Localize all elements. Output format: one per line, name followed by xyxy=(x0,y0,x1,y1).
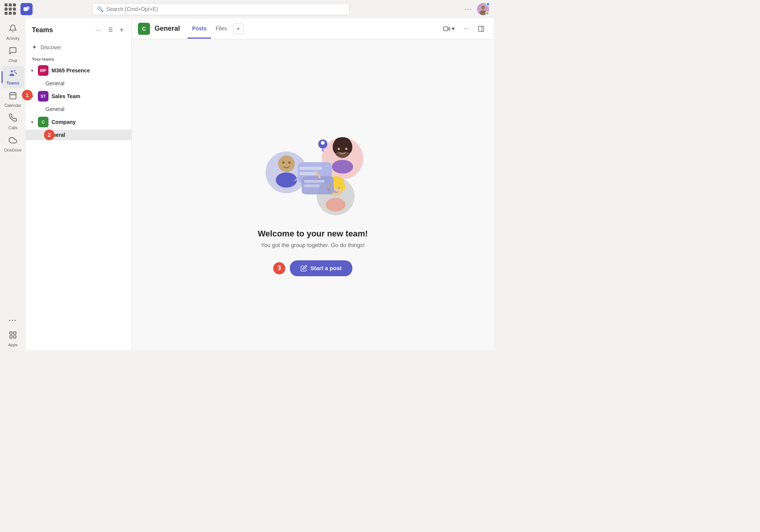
teams-filter-button[interactable] xyxy=(105,25,115,36)
channel-title: General xyxy=(155,25,180,33)
team-row-company[interactable]: ▼ C Company xyxy=(26,114,131,130)
user-avatar-wrap[interactable] xyxy=(477,3,489,15)
apps-icon xyxy=(9,331,17,341)
calls-label: Calls xyxy=(8,125,17,130)
team-group-sales: ▼ ST Sales Team General xyxy=(26,89,131,114)
discover-item[interactable]: ✦ Discover xyxy=(26,41,131,54)
sidebar-item-calendar[interactable]: Calendar xyxy=(2,88,24,111)
svg-point-28 xyxy=(282,161,285,164)
sidebar-item-calls[interactable]: Calls xyxy=(2,111,24,133)
teams-panel-title: Teams xyxy=(32,26,91,34)
teams-panel: Teams ··· + ✦ Discover Your teams ▼ MP M… xyxy=(26,18,132,350)
svg-point-47 xyxy=(326,198,346,211)
sidebar-item-onedrive[interactable]: OneDrive xyxy=(2,133,24,155)
svg-point-35 xyxy=(334,145,351,152)
discover-icon: ✦ xyxy=(32,44,37,51)
svg-point-26 xyxy=(278,155,295,172)
welcome-subtitle: You got the group together. Go do things… xyxy=(261,242,365,248)
svg-rect-11 xyxy=(10,332,12,334)
apps-label: Apps xyxy=(8,343,17,347)
your-teams-label: Your teams xyxy=(26,54,131,63)
activity-icon xyxy=(9,24,17,34)
teams-more-button[interactable]: ··· xyxy=(94,25,102,35)
more-icon: ··· xyxy=(9,317,17,325)
start-post-label: Start a post xyxy=(310,265,342,271)
content-area: Welcome to your new team! You got the gr… xyxy=(132,39,494,350)
svg-point-5 xyxy=(11,70,13,73)
m365-name: M365 Presence xyxy=(52,67,90,74)
calendar-icon xyxy=(9,91,17,102)
channel-m365-general-label: General xyxy=(45,80,64,86)
sidebar-item-chat[interactable]: Chat xyxy=(2,44,24,66)
team-row-m365[interactable]: ▼ MP M365 Presence xyxy=(26,63,131,78)
channel-company-general[interactable]: General 2 xyxy=(26,130,131,140)
video-call-button[interactable]: ▾ xyxy=(440,23,458,34)
svg-rect-14 xyxy=(14,336,16,338)
app-grid-button[interactable] xyxy=(5,3,16,15)
discover-label: Discover xyxy=(41,44,61,50)
badge-2: 2 xyxy=(44,130,55,140)
sidebar-narrow: Activity Chat Teams xyxy=(0,18,26,350)
teams-add-button[interactable]: + xyxy=(118,24,125,36)
chevron-down-icon: ▾ xyxy=(452,25,455,32)
svg-rect-23 xyxy=(479,26,484,31)
company-name: Company xyxy=(52,119,76,125)
topbar: 🔍 ··· xyxy=(0,0,494,18)
sidebar-item-apps[interactable]: Apps xyxy=(2,328,24,350)
teams-logo xyxy=(20,3,33,15)
channel-m365-general[interactable]: General xyxy=(26,78,131,89)
welcome-title: Welcome to your new team! xyxy=(258,229,368,239)
sidebar-item-activity[interactable]: Activity xyxy=(2,21,24,44)
calls-icon xyxy=(9,114,17,124)
open-side-panel-button[interactable] xyxy=(475,23,488,34)
company-avatar: C xyxy=(38,117,48,127)
badge-1: 1 xyxy=(22,90,33,100)
welcome-illustration xyxy=(252,114,374,220)
main-layout: Activity Chat Teams xyxy=(0,18,494,350)
channel-actions: ▾ ··· xyxy=(440,23,488,34)
svg-point-38 xyxy=(332,160,353,174)
search-input[interactable] xyxy=(106,6,345,12)
search-box[interactable]: 🔍 xyxy=(92,3,350,15)
notification-dot xyxy=(486,2,490,6)
sales-name: Sales Team xyxy=(52,93,80,99)
sidebar-item-teams[interactable]: Teams xyxy=(2,66,24,88)
svg-point-3 xyxy=(481,6,485,9)
svg-point-36 xyxy=(338,148,340,150)
channel-icon-letter: C xyxy=(142,26,146,32)
svg-rect-50 xyxy=(299,172,316,175)
calendar-label: Calendar xyxy=(5,103,22,108)
svg-point-43 xyxy=(340,182,345,191)
svg-point-57 xyxy=(321,141,325,145)
svg-rect-13 xyxy=(10,336,12,338)
channel-sales-general[interactable]: General xyxy=(26,104,131,114)
tab-posts[interactable]: Posts xyxy=(188,19,211,39)
tab-files[interactable]: Files xyxy=(211,19,231,39)
team-row-sales[interactable]: ▼ ST Sales Team xyxy=(26,89,131,104)
svg-point-27 xyxy=(276,172,297,188)
search-icon: 🔍 xyxy=(97,6,103,12)
start-post-button[interactable]: Start a post xyxy=(290,260,352,276)
active-indicator xyxy=(2,71,3,83)
channel-sales-general-label: General xyxy=(45,106,64,112)
svg-marker-21 xyxy=(448,27,450,30)
tab-add-button[interactable]: + xyxy=(233,23,244,34)
svg-point-29 xyxy=(288,161,291,164)
svg-rect-7 xyxy=(10,93,16,99)
topbar-more-button[interactable]: ··· xyxy=(464,5,472,13)
team-group-m365: ▼ MP M365 Presence General xyxy=(26,63,131,89)
user-status-indicator xyxy=(485,11,489,15)
team-group-company: ▼ C Company General 2 xyxy=(26,114,131,140)
svg-point-6 xyxy=(14,70,16,72)
svg-rect-49 xyxy=(299,167,322,170)
channel-tabs: Posts Files + xyxy=(188,19,244,38)
svg-rect-1 xyxy=(27,6,30,9)
svg-rect-53 xyxy=(304,180,325,183)
svg-rect-22 xyxy=(443,27,447,31)
sidebar-item-more[interactable]: ··· xyxy=(2,314,24,328)
svg-point-37 xyxy=(345,148,347,150)
channel-more-button[interactable]: ··· xyxy=(461,23,472,34)
m365-chevron: ▼ xyxy=(30,69,35,73)
main-content: C General Posts Files + ▾ ··· xyxy=(132,18,494,350)
svg-rect-12 xyxy=(14,332,16,334)
